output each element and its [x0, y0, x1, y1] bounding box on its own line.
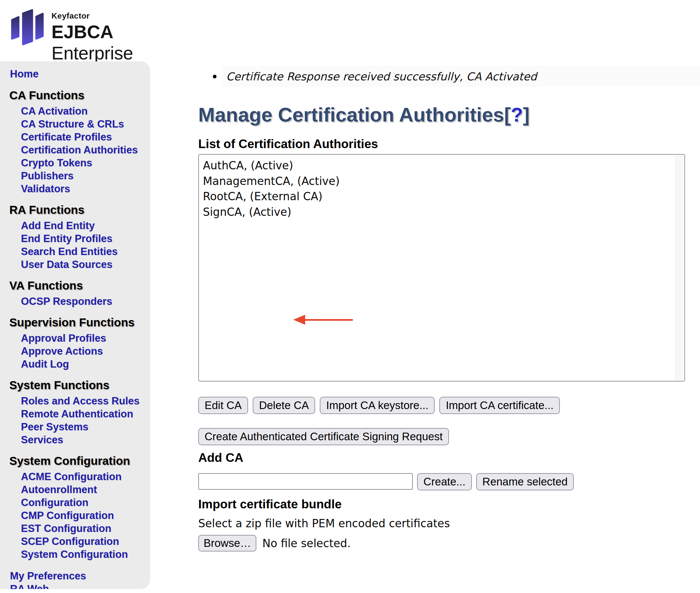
sidebar-item-remote-authentication[interactable]: Remote Authentication — [21, 407, 147, 420]
sidebar-item-ra-web[interactable]: RA Web — [10, 582, 150, 589]
import-ca-certificate-button[interactable]: Import CA certificate... — [439, 397, 560, 414]
page-title: Manage Certification Authorities[?] — [198, 104, 700, 126]
status-message-text: Certificate Response received successful… — [226, 70, 537, 83]
sidebar-item-services[interactable]: Services — [21, 433, 147, 446]
sidebar-item-certification-authorities[interactable]: Certification Authorities — [21, 144, 147, 156]
sidebar-item-my-preferences[interactable]: My Preferences — [10, 569, 150, 582]
help-link[interactable]: [?] — [504, 104, 530, 126]
sidebar-item-autoenrollment-configuration[interactable]: Autoenrollment Configuration — [21, 483, 147, 509]
help-question-mark: ? — [511, 104, 523, 126]
product-name: EJBCA Enterprise — [51, 21, 197, 64]
sidebar-item-validators[interactable]: Validators — [21, 182, 147, 195]
no-file-selected-label: No file selected. — [262, 537, 351, 550]
product-name-ejbca: EJBCA — [51, 22, 113, 42]
ca-list-item-managementca[interactable]: ManagementCA, (Active) — [203, 174, 671, 189]
sidebar-item-user-data-sources[interactable]: User Data Sources — [21, 258, 147, 271]
delete-ca-button[interactable]: Delete CA — [253, 397, 315, 414]
sidebar-item-cmp-configuration[interactable]: CMP Configuration — [21, 509, 147, 522]
arrow-shaft — [304, 319, 353, 321]
rename-selected-button[interactable]: Rename selected — [476, 473, 574, 490]
browse-file-button[interactable]: Browse… — [198, 535, 256, 552]
sidebar-section-system-functions: System Functions — [9, 379, 150, 392]
keyfactor-ejbca-logo: Keyfactor EJBCA Enterprise — [11, 3, 197, 46]
ca-action-buttons: Edit CA Delete CA Import CA keystore... … — [198, 397, 700, 414]
add-ca-name-input[interactable] — [198, 473, 413, 490]
edit-ca-button[interactable]: Edit CA — [198, 397, 248, 414]
list-of-cas-heading: List of Certification Authorities — [198, 137, 700, 151]
sidebar-item-crypto-tokens[interactable]: Crypto Tokens — [21, 156, 147, 169]
sidebar-item-audit-log[interactable]: Audit Log — [21, 358, 147, 370]
annotation-arrow-to-authca — [293, 315, 353, 325]
ca-list-item-rootca[interactable]: RootCA, (External CA) — [203, 189, 671, 204]
sidebar-item-ocsp-responders[interactable]: OCSP Responders — [21, 295, 147, 308]
sidebar-item-certificate-profiles[interactable]: Certificate Profiles — [21, 130, 147, 144]
add-ca-heading: Add CA — [198, 450, 700, 465]
main-content: Certificate Response received successful… — [198, 66, 700, 552]
product-name-enterprise: Enterprise — [51, 43, 133, 64]
ca-list-item-authca[interactable]: AuthCA, (Active) — [203, 158, 671, 174]
sidebar-item-peer-systems[interactable]: Peer Systems — [21, 420, 147, 433]
status-message-row: Certificate Response received successful… — [198, 66, 700, 87]
import-ca-keystore-button[interactable]: Import CA keystore... — [320, 397, 435, 414]
sidebar-section-ca-functions: CA Functions — [9, 89, 150, 102]
sidebar-item-scep-configuration[interactable]: SCEP Configuration — [21, 535, 147, 548]
help-bracket-close: ] — [523, 104, 530, 126]
sidebar-section-supervision-functions: Supervision Functions — [9, 316, 150, 329]
status-message-strip: Certificate Response received successful… — [222, 66, 700, 87]
sidebar-item-acme-configuration[interactable]: ACME Configuration — [21, 470, 147, 483]
sidebar-item-ca-structure-crls[interactable]: CA Structure & CRLs — [21, 118, 147, 130]
ca-list-item-signca[interactable]: SignCA, (Active) — [203, 204, 671, 220]
sidebar-item-approve-actions[interactable]: Approve Actions — [21, 345, 147, 358]
create-ca-button[interactable]: Create... — [417, 473, 472, 490]
csr-button-row: Create Authenticated Certificate Signing… — [198, 428, 700, 445]
arrow-head-icon — [293, 315, 305, 325]
sidebar-item-search-end-entities[interactable]: Search End Entities — [21, 245, 147, 258]
help-bracket-open: [ — [504, 104, 511, 126]
sidebar-item-approval-profiles[interactable]: Approval Profiles — [21, 332, 147, 345]
sidebar-section-ra-functions: RA Functions — [9, 203, 150, 216]
sidebar-navigation: Home CA Functions CA Activation CA Struc… — [0, 62, 150, 589]
add-ca-form-row: Create... Rename selected — [198, 473, 700, 490]
sidebar-item-end-entity-profiles[interactable]: End Entity Profiles — [21, 232, 147, 245]
sidebar-item-ca-activation[interactable]: CA Activation — [21, 105, 147, 118]
keyfactor-wordmark: Keyfactor — [51, 11, 197, 21]
sidebar-section-va-functions: VA Functions — [9, 279, 150, 292]
file-input-row: Browse… No file selected. — [198, 535, 700, 552]
sidebar-item-home[interactable]: Home — [10, 67, 150, 81]
list-bullet — [213, 75, 217, 78]
sidebar-item-publishers[interactable]: Publishers — [21, 169, 147, 182]
import-certificate-bundle-heading: Import certificate bundle — [198, 497, 700, 512]
create-authenticated-csr-button[interactable]: Create Authenticated Certificate Signing… — [198, 428, 449, 445]
zip-file-instruction: Select a zip file with PEM encoded certi… — [198, 517, 700, 530]
keyfactor-bars-icon — [11, 8, 44, 46]
sidebar-item-est-configuration[interactable]: EST Configuration — [21, 522, 147, 535]
listbox-scrollbar[interactable] — [675, 155, 684, 380]
sidebar-item-system-configuration[interactable]: System Configuration — [21, 548, 147, 561]
sidebar-item-add-end-entity[interactable]: Add End Entity — [21, 219, 147, 232]
page-title-text: Manage Certification Authorities — [198, 104, 504, 126]
sidebar-item-roles-and-access-rules[interactable]: Roles and Access Rules — [21, 394, 147, 407]
sidebar-section-system-configuration: System Configuration — [9, 454, 150, 468]
ca-listbox[interactable]: AuthCA, (Active) ManagementCA, (Active) … — [198, 154, 685, 382]
